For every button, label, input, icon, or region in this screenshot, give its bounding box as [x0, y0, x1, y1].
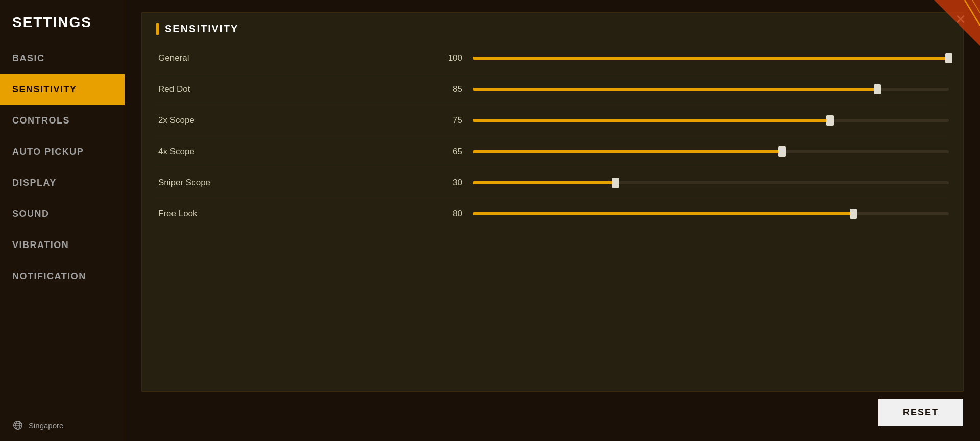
slider-fill-sniper-scope: [473, 181, 616, 184]
panel-title: SENSITIVITY: [165, 23, 238, 35]
sensitivity-row-2x-scope: 2x Scope75: [156, 105, 949, 136]
region-label: Singapore: [29, 421, 63, 430]
sensitivity-row-general: General100: [156, 43, 949, 74]
sidebar-item-sensitivity[interactable]: SENSITIVITY: [0, 74, 125, 105]
slider-track-sniper-scope: [473, 181, 949, 184]
slider-track-2x-scope: [473, 119, 949, 122]
sidebar-item-basic[interactable]: BASIC: [0, 43, 125, 74]
main-content: ✕ SENSITIVITY General100Red Dot852x Scop…: [125, 0, 980, 441]
sensitivity-label-2x-scope: 2x Scope: [156, 115, 442, 126]
sensitivity-row-sniper-scope: Sniper Scope30: [156, 167, 949, 199]
slider-container-2x-scope[interactable]: [473, 115, 949, 126]
panel-header-bar: [156, 23, 159, 35]
sensitivity-list: General100Red Dot852x Scope754x Scope65S…: [142, 43, 963, 229]
slider-track-red-dot: [473, 88, 949, 91]
slider-thumb-general[interactable]: [945, 53, 952, 63]
slider-container-free-look[interactable]: [473, 209, 949, 219]
slider-container-4x-scope[interactable]: [473, 146, 949, 157]
reset-button[interactable]: RESET: [878, 399, 963, 426]
slider-container-sniper-scope[interactable]: [473, 178, 949, 188]
sensitivity-value-red-dot: 85: [442, 84, 473, 94]
sidebar-item-auto-pickup[interactable]: AUTO PICKUP: [0, 136, 125, 167]
slider-track-4x-scope: [473, 150, 949, 153]
slider-thumb-free-look[interactable]: [850, 209, 857, 219]
slider-fill-4x-scope: [473, 150, 782, 153]
slider-fill-red-dot: [473, 88, 877, 91]
slider-thumb-sniper-scope[interactable]: [612, 178, 619, 188]
sensitivity-label-sniper-scope: Sniper Scope: [156, 178, 442, 188]
sensitivity-value-sniper-scope: 30: [442, 178, 473, 188]
sensitivity-value-2x-scope: 75: [442, 115, 473, 126]
slider-track-general: [473, 57, 949, 60]
sensitivity-label-general: General: [156, 53, 442, 63]
content-panel: SENSITIVITY General100Red Dot852x Scope7…: [141, 12, 964, 392]
sidebar: SETTINGS BASICSENSITIVITYCONTROLSAUTO PI…: [0, 0, 125, 441]
close-button[interactable]: ✕: [949, 8, 972, 31]
sensitivity-value-free-look: 80: [442, 209, 473, 219]
sidebar-item-sound[interactable]: SOUND: [0, 199, 125, 230]
sensitivity-value-general: 100: [442, 53, 473, 63]
slider-thumb-2x-scope[interactable]: [826, 115, 834, 126]
sensitivity-value-4x-scope: 65: [442, 146, 473, 157]
sensitivity-label-4x-scope: 4x Scope: [156, 146, 442, 157]
slider-container-red-dot[interactable]: [473, 84, 949, 94]
sidebar-item-vibration[interactable]: VIBRATION: [0, 230, 125, 261]
slider-container-general[interactable]: [473, 53, 949, 63]
sidebar-nav: BASICSENSITIVITYCONTROLSAUTO PICKUPDISPL…: [0, 43, 125, 409]
slider-track-free-look: [473, 212, 949, 215]
slider-fill-2x-scope: [473, 119, 830, 122]
panel-header: SENSITIVITY: [142, 13, 963, 43]
sensitivity-label-free-look: Free Look: [156, 209, 442, 219]
slider-fill-general: [473, 57, 949, 60]
app-title: SETTINGS: [0, 0, 125, 43]
sensitivity-row-red-dot: Red Dot85: [156, 74, 949, 105]
sensitivity-label-red-dot: Red Dot: [156, 84, 442, 94]
sensitivity-row-free-look: Free Look80: [156, 199, 949, 229]
sidebar-item-notification[interactable]: NOTIFICATION: [0, 261, 125, 292]
sidebar-footer: Singapore: [0, 409, 125, 441]
sidebar-item-display[interactable]: DISPLAY: [0, 167, 125, 199]
sidebar-item-controls[interactable]: CONTROLS: [0, 105, 125, 136]
sensitivity-row-4x-scope: 4x Scope65: [156, 136, 949, 167]
slider-thumb-red-dot[interactable]: [874, 84, 881, 94]
slider-thumb-4x-scope[interactable]: [778, 146, 786, 157]
slider-fill-free-look: [473, 212, 853, 215]
globe-icon: [12, 420, 23, 431]
